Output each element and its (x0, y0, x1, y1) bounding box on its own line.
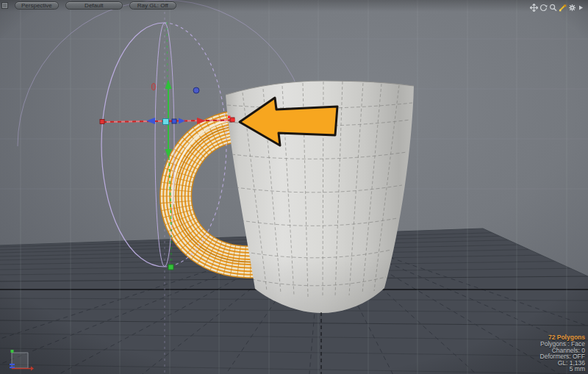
pan-icon[interactable] (530, 1, 538, 10)
active-tool-icon[interactable] (559, 1, 567, 10)
gear-icon[interactable] (568, 1, 576, 10)
viewport-options-widget[interactable] (1, 2, 8, 9)
stat-grid-size: 5 mm (540, 366, 585, 373)
zoom-icon[interactable] (549, 1, 557, 10)
viewport-vignette (0, 0, 588, 374)
viewport-header: Perspective Default Ray GL: Off (1, 1, 176, 10)
viewport-scene (0, 0, 588, 374)
viewport-nav-icons (530, 1, 586, 10)
ray-gl-button[interactable]: Ray GL: Off (129, 1, 176, 10)
view-type-button[interactable]: Perspective (15, 1, 59, 10)
more-arrow-icon[interactable] (578, 1, 586, 10)
viewport-stats: 72 Polygons Polygons : Face Channels: 0 … (540, 334, 585, 373)
shading-style-button[interactable]: Default (65, 1, 123, 10)
orbit-icon[interactable] (539, 1, 548, 10)
3d-viewport[interactable]: Perspective Default Ray GL: Off (0, 0, 588, 374)
workplane-y-axis-mark (11, 350, 14, 353)
